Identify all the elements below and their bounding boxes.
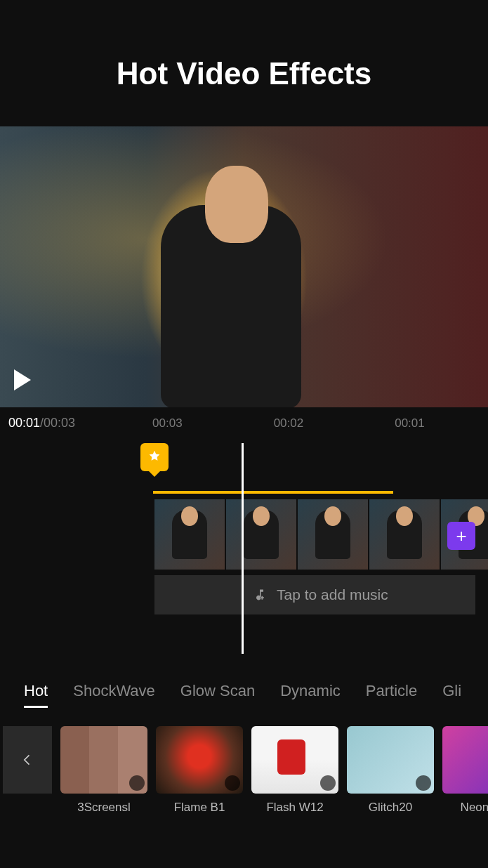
clip-frame[interactable]	[226, 499, 296, 570]
category-tabs: Hot ShockWave Glow Scan Dynamic Particle…	[0, 668, 488, 715]
time-tick: 00:02	[274, 416, 304, 430]
effect-thumb	[156, 726, 243, 794]
tab-particle[interactable]: Particle	[366, 682, 417, 708]
effect-label: Flame B1	[156, 801, 243, 815]
download-icon	[129, 775, 145, 791]
timeline[interactable]: + Tap to add music	[0, 443, 488, 668]
add-music-track[interactable]: Tap to add music	[154, 575, 475, 614]
tab-dynamic[interactable]: Dynamic	[280, 682, 341, 708]
clip-frame[interactable]	[369, 499, 440, 570]
time-tick: 00:01	[395, 416, 425, 430]
playhead[interactable]	[242, 443, 244, 654]
subject-head	[205, 166, 268, 243]
clip-track[interactable]	[154, 499, 488, 570]
effect-item-flame[interactable]: Flame B1	[156, 726, 243, 815]
effect-thumb	[251, 726, 338, 794]
tab-glow-scan[interactable]: Glow Scan	[180, 682, 255, 708]
effect-item-glitch[interactable]: Glitch20	[347, 726, 434, 815]
back-button[interactable]	[3, 726, 52, 794]
effect-label: Flash W12	[251, 801, 338, 815]
effect-thumb	[347, 726, 434, 794]
download-icon	[225, 775, 240, 791]
video-preview[interactable]	[0, 126, 488, 407]
effect-thumb	[60, 726, 147, 794]
clip-frame[interactable]	[298, 499, 368, 570]
play-icon[interactable]	[14, 369, 31, 390]
effect-duration-bar[interactable]	[153, 491, 393, 494]
add-music-label: Tap to add music	[277, 586, 388, 603]
add-clip-button[interactable]: +	[447, 522, 475, 550]
tab-hot[interactable]: Hot	[24, 682, 48, 708]
effect-item-3screens[interactable]: 3Screensl	[60, 726, 147, 815]
clip-frame[interactable]	[154, 499, 225, 570]
effect-item-neon[interactable]: NeonLine	[442, 726, 488, 815]
effect-item-flash[interactable]: Flash W12	[251, 726, 338, 815]
chevron-left-icon	[20, 749, 34, 770]
effect-label: NeonLine	[442, 801, 488, 815]
effect-label: Glitch20	[347, 801, 434, 815]
current-time: 00:01	[8, 416, 40, 430]
timeline-header: 00:01 /00:03 00:03 00:02 00:01	[0, 407, 488, 436]
download-icon	[320, 775, 336, 791]
effect-label: 3Screensl	[60, 801, 147, 815]
total-time: /00:03	[40, 416, 75, 430]
music-note-icon	[253, 588, 267, 602]
download-icon	[416, 775, 431, 791]
wand-icon	[147, 449, 162, 465]
effects-list: 3Screensl Flame B1 Flash W12 Glitch20 Ne…	[0, 715, 488, 815]
tab-shockwave[interactable]: ShockWave	[73, 682, 155, 708]
time-ticks: 00:03 00:02 00:01	[152, 416, 425, 430]
effect-marker[interactable]	[140, 443, 169, 471]
page-title: Hot Video Effects	[0, 0, 488, 126]
effect-thumb	[442, 726, 488, 794]
time-tick: 00:03	[152, 416, 183, 430]
tab-glitch[interactable]: Gli	[442, 682, 461, 708]
